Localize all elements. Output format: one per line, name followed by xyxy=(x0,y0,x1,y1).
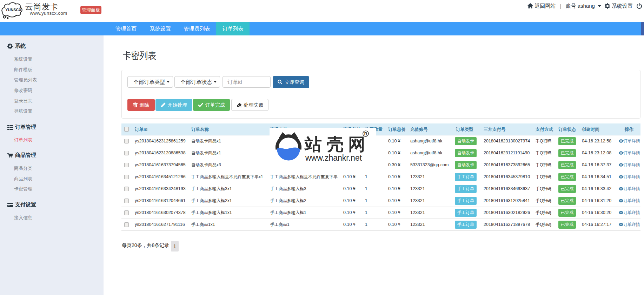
svg-text:YUNSCX: YUNSCX xyxy=(5,8,21,12)
